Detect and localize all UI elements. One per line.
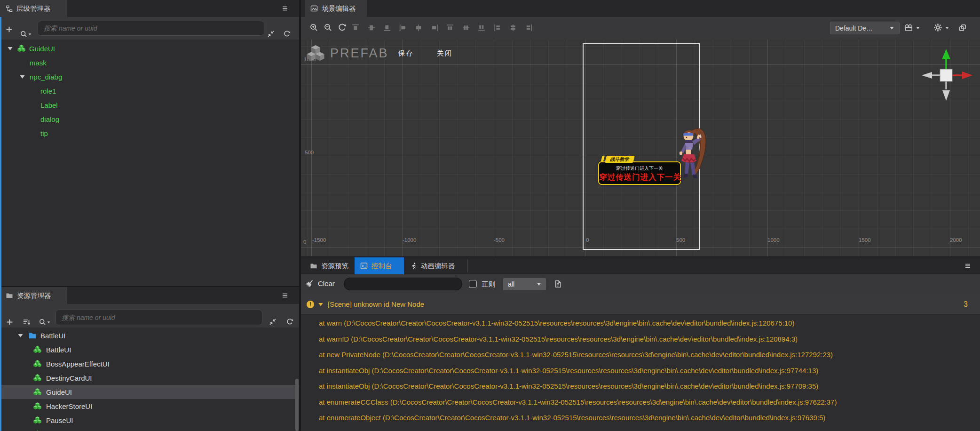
asset-HackerStoreUI[interactable]: HackerStoreUI xyxy=(0,399,299,413)
tutorial-text-large: 穿过传送门进入下一关 xyxy=(599,172,680,183)
save-button[interactable]: 保存 xyxy=(398,49,414,58)
zoom-out-icon[interactable] xyxy=(324,23,332,32)
hierarchy-node-role1[interactable]: role1 xyxy=(0,84,299,98)
stretch-h-center-icon[interactable] xyxy=(509,24,517,32)
expander-icon[interactable] xyxy=(17,332,24,339)
align-left-icon[interactable] xyxy=(399,24,407,32)
assets-collapse-all-icon[interactable] xyxy=(268,317,277,327)
asset-GuideUI[interactable]: GuideUI xyxy=(0,385,299,399)
refresh-icon[interactable] xyxy=(282,29,292,39)
tutorial-dialog[interactable]: 战斗教学 穿过传送门进入下一关 穿过传送门进入下一关 xyxy=(598,156,681,185)
hierarchy-node-Label[interactable]: Label xyxy=(0,98,299,112)
add-node-button[interactable] xyxy=(4,24,14,34)
expand-panel-button[interactable] xyxy=(958,24,967,32)
hierarchy-menu-icon[interactable] xyxy=(280,4,290,13)
stack-trace-line[interactable]: at warnID (D:\CocosCreator\Creator\Cocos… xyxy=(301,331,980,347)
hierarchy-node-GuideUI[interactable]: GuideUI xyxy=(0,41,299,56)
asset-PauseUI[interactable]: PauseUI xyxy=(0,413,299,427)
character-sprite[interactable] xyxy=(672,124,713,192)
hierarchy-search-input[interactable] xyxy=(38,21,264,36)
log-level-dropdown[interactable]: all xyxy=(503,278,546,290)
prefab-icon xyxy=(33,346,41,354)
expand-arrow-icon[interactable] xyxy=(318,302,324,307)
warning-count-badge: 3 xyxy=(964,300,968,309)
expander-icon[interactable] xyxy=(7,45,14,52)
stack-trace-line[interactable]: at instantiateObj (D:\CocosCreator\Creat… xyxy=(301,363,980,378)
warning-log-row[interactable]: ! [Scene] unknown id New Node 3 xyxy=(301,294,980,315)
hierarchy-node-npc_diabg[interactable]: npc_diabg xyxy=(0,70,299,84)
axis-y-label: 500 xyxy=(305,150,314,155)
assets-scrollbar[interactable] xyxy=(295,379,299,431)
add-asset-button[interactable] xyxy=(5,317,14,327)
axis-x-label: 2000 xyxy=(950,237,962,243)
asset-BattleUI-folder[interactable]: BattleUI xyxy=(0,328,299,343)
prefab-mode-label: PREFAB xyxy=(330,46,389,61)
axis-x-label: 1500 xyxy=(859,237,871,243)
gear-icon xyxy=(933,23,942,32)
stack-trace-line[interactable]: at enumerateObject (D:\CocosCreator\Crea… xyxy=(301,410,980,425)
device-dropdown[interactable]: Default De… xyxy=(830,22,900,34)
scene-settings-menu[interactable] xyxy=(933,23,949,32)
hierarchy-node-tip[interactable]: tip xyxy=(0,126,299,140)
expander-icon[interactable] xyxy=(19,73,26,80)
regex-checkbox[interactable] xyxy=(469,280,477,288)
stretch-v-center-icon[interactable] xyxy=(462,24,470,32)
reset-view-icon[interactable] xyxy=(338,23,347,32)
asset-label: BattleUI xyxy=(46,346,71,354)
sort-icon[interactable] xyxy=(21,317,33,327)
stack-trace-line[interactable]: at new PrivateNode (D:\CocosCreator\Crea… xyxy=(301,347,980,362)
assets-search-input[interactable] xyxy=(55,310,262,325)
stretch-left-icon[interactable] xyxy=(493,24,501,32)
assets-refresh-icon[interactable] xyxy=(285,317,294,327)
asset-DestinyCardUI[interactable]: DestinyCardUI xyxy=(0,371,299,385)
tab-console[interactable]: 控制台 xyxy=(355,257,404,274)
asset-ReviveUI[interactable]: ReviveUI xyxy=(0,427,299,431)
asset-label: GuideUI xyxy=(46,388,72,396)
asset-BossAppearEffectUI[interactable]: BossAppearEffectUI xyxy=(0,357,299,371)
clear-button[interactable]: Clear xyxy=(306,279,335,287)
tab-asset-preview-label: 资源预览 xyxy=(321,262,348,271)
scene-panel: 场景编辑器 Default De… xyxy=(301,0,980,256)
tab-asset-preview[interactable]: 资源预览 xyxy=(304,257,355,274)
console-filter-input[interactable] xyxy=(344,278,462,290)
camera-menu[interactable] xyxy=(904,24,920,32)
align-bottom-icon[interactable] xyxy=(383,24,391,32)
node-label: dialog xyxy=(40,115,59,123)
hierarchy-node-dialog[interactable]: dialog xyxy=(0,112,299,126)
align-tools xyxy=(351,24,533,32)
console-menu-icon[interactable] xyxy=(963,261,972,271)
axis-x-label: -500 xyxy=(494,237,505,243)
folder-icon xyxy=(310,262,317,270)
tab-assets[interactable]: 资源管理器 xyxy=(0,287,67,304)
cocos-creator-window: 层级管理器 GuideUImasknpc_di xyxy=(0,0,980,431)
stretch-bottom-icon[interactable] xyxy=(477,24,485,32)
stretch-top-icon[interactable] xyxy=(446,24,454,32)
prefab-icon xyxy=(33,402,41,410)
align-top-icon[interactable] xyxy=(351,24,359,32)
axis-x-label: 0 xyxy=(586,237,589,243)
assets-menu-icon[interactable] xyxy=(280,291,290,300)
scene-tabbar: 场景编辑器 xyxy=(301,0,980,17)
align-v-center-icon[interactable] xyxy=(367,24,375,32)
node-label: role1 xyxy=(40,87,56,95)
stack-trace-line[interactable]: at warn (D:\CocosCreator\Creator\CocosCr… xyxy=(301,315,980,331)
asset-BattleUI[interactable]: BattleUI xyxy=(0,343,299,357)
stretch-right-icon[interactable] xyxy=(525,24,533,32)
align-h-center-icon[interactable] xyxy=(414,24,422,32)
tab-hierarchy[interactable]: 层级管理器 xyxy=(0,0,67,17)
stack-trace-line[interactable]: at enumerateCCClass (D:\CocosCreator\Cre… xyxy=(301,394,980,410)
asset-search-filter-icon[interactable] xyxy=(38,317,52,327)
prefab-cube-icon xyxy=(307,44,324,62)
close-button[interactable]: 关闭 xyxy=(437,49,453,58)
zoom-in-icon[interactable] xyxy=(309,23,318,32)
move-gizmo[interactable] xyxy=(918,45,974,106)
search-filter-icon[interactable] xyxy=(19,29,33,39)
scene-canvas[interactable]: -1500-1000-500050010001500200010005000 P… xyxy=(301,40,980,256)
align-right-icon[interactable] xyxy=(430,24,438,32)
tab-scene[interactable]: 场景编辑器 xyxy=(305,0,367,17)
log-file-icon[interactable] xyxy=(553,279,562,288)
collapse-all-icon[interactable] xyxy=(266,29,276,39)
hierarchy-node-mask[interactable]: mask xyxy=(0,56,299,70)
stack-trace-line[interactable]: at instantiateObj (D:\CocosCreator\Creat… xyxy=(301,378,980,394)
tab-animation-editor[interactable]: 动画编辑器 xyxy=(404,257,466,274)
